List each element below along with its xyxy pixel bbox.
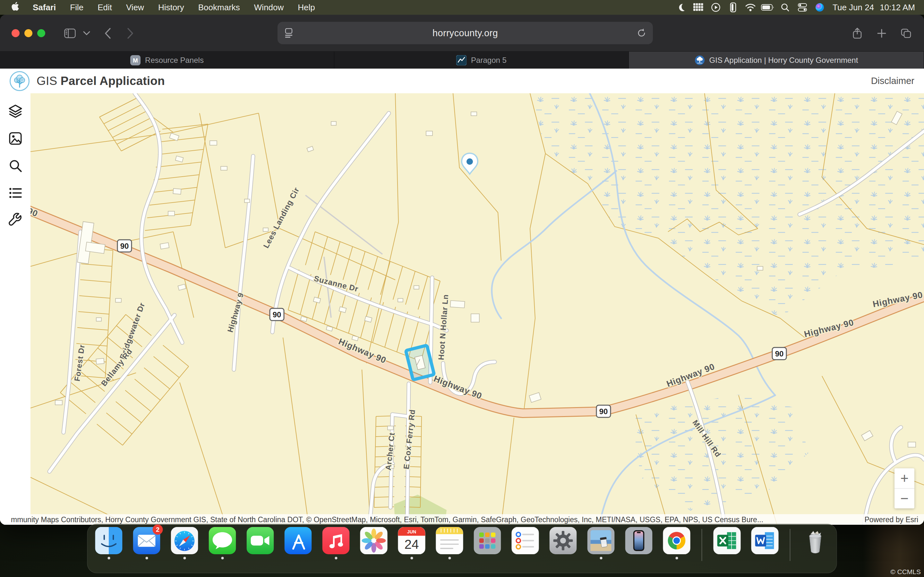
svg-text:M: M (133, 57, 138, 64)
chevron-down-icon[interactable] (80, 27, 93, 40)
menu-item-view[interactable]: View (119, 0, 151, 15)
dock-item-safari[interactable] (171, 527, 198, 559)
notes-icon (436, 527, 463, 554)
svg-text:90: 90 (273, 310, 281, 319)
browser-toolbar: horrycounty.org (0, 15, 924, 51)
attribution-text: mmunity Maps Contributors, Horry County … (11, 516, 852, 524)
forward-button[interactable] (124, 27, 137, 40)
menu-item-edit[interactable]: Edit (90, 0, 119, 15)
reload-icon[interactable] (630, 28, 653, 38)
layers-tool-icon[interactable] (8, 103, 23, 119)
menu-item-safari[interactable]: Safari (26, 0, 63, 15)
moon-icon[interactable] (674, 0, 688, 15)
tab-overview-button[interactable] (900, 27, 913, 40)
tab-1[interactable]: MResource Panels (0, 52, 334, 69)
svg-text:90: 90 (599, 407, 608, 416)
calendar-icon: JUN24 (398, 527, 425, 554)
iphone-mirroring-icon (625, 527, 653, 554)
spotlight-icon[interactable] (778, 0, 792, 15)
grid-icon[interactable] (691, 0, 706, 15)
app-header: GIS Parcel Application Disclaimer (0, 69, 924, 93)
dock-item-photo-viewer[interactable] (588, 527, 615, 559)
menu-bar-left: SafariFileEditViewHistoryBookmarksWindow… (9, 0, 322, 15)
disclaimer-link[interactable]: Disclaimer (871, 76, 914, 86)
siri-icon[interactable] (813, 0, 827, 15)
window-close-button[interactable] (11, 29, 19, 37)
apple-menu[interactable] (9, 2, 26, 13)
running-indicator (145, 557, 148, 559)
display-icon[interactable] (726, 0, 740, 15)
battery-icon[interactable] (761, 0, 775, 15)
tools-tool-icon[interactable] (8, 213, 23, 228)
dock-item-mail[interactable]: 2 (133, 527, 160, 559)
page-settings-icon[interactable] (278, 28, 300, 38)
share-button[interactable] (851, 27, 864, 40)
tab-favicon (695, 55, 705, 65)
play-icon[interactable] (709, 0, 723, 15)
svg-text:90: 90 (120, 242, 129, 250)
system-settings-icon (549, 527, 577, 554)
running-indicator (599, 557, 602, 559)
tab-3[interactable]: GIS Application | Horry County Governmen… (629, 52, 924, 69)
dock-item-photos[interactable] (360, 527, 388, 559)
dock-item-finder[interactable] (95, 527, 123, 559)
dock-item-reminders[interactable] (512, 527, 539, 559)
safari-icon (171, 527, 198, 554)
tab-2[interactable]: Paragon 5 (334, 52, 629, 69)
back-button[interactable] (102, 27, 114, 40)
sidebar-toggle-icon[interactable] (63, 27, 76, 40)
menu-item-help[interactable]: Help (291, 0, 322, 15)
powered-by-esri: Powered by Esri (865, 516, 918, 524)
menu-time: 10:12 AM (880, 3, 915, 13)
wifi-icon[interactable] (743, 0, 758, 15)
dock-item-excel[interactable] (714, 527, 741, 559)
dock-separator (790, 529, 790, 561)
tab-label: Resource Panels (145, 56, 204, 65)
menu-item-bookmarks[interactable]: Bookmarks (191, 0, 247, 15)
gis-map[interactable]: Highway 90Highway 90Highway 90Highway 90… (0, 93, 924, 525)
finder-icon (95, 527, 123, 554)
running-indicator (410, 557, 413, 559)
menu-item-file[interactable]: File (63, 0, 90, 15)
control-center-icon[interactable] (795, 0, 809, 15)
search-tool-icon[interactable] (8, 158, 23, 173)
svg-text:90: 90 (775, 350, 784, 358)
svg-text:24: 24 (404, 537, 419, 552)
window-minimize-button[interactable] (24, 29, 32, 37)
dock-item-system-settings[interactable] (549, 527, 577, 559)
route-shield-90: 90 (596, 405, 611, 417)
apple-logo-icon (11, 2, 19, 13)
dock-item-messages[interactable] (209, 527, 236, 559)
zoom-in-button[interactable]: + (895, 468, 914, 488)
new-tab-button[interactable] (875, 27, 888, 40)
dock-item-music[interactable] (322, 527, 350, 559)
running-indicator (221, 557, 224, 559)
menu-item-history[interactable]: History (151, 0, 191, 15)
map-attribution-bar: mmunity Maps Contributors, Horry County … (0, 514, 924, 525)
map-canvas[interactable]: Highway 90Highway 90Highway 90Highway 90… (0, 93, 924, 525)
dock-item-calendar[interactable]: JUN24 (398, 527, 425, 559)
map-tool-sidebar (0, 93, 31, 525)
basemap-tool-icon[interactable] (8, 131, 23, 146)
excel-icon (714, 527, 741, 554)
address-bar[interactable]: horrycounty.org (278, 22, 653, 44)
photos-icon (360, 527, 388, 554)
dock-separator (702, 529, 702, 561)
window-zoom-button[interactable] (37, 29, 45, 37)
menu-bar-clock[interactable]: Tue Jun 24 10:12 AM (830, 3, 915, 13)
legend-tool-icon[interactable] (8, 185, 23, 201)
dock-item-iphone-mirroring[interactable] (625, 527, 653, 559)
menu-item-window[interactable]: Window (247, 0, 291, 15)
wallpaper-credit: © CCMLS (890, 568, 921, 576)
app-store-icon (284, 527, 312, 554)
dock-item-launchpad[interactable] (474, 527, 501, 559)
dock-item-notes[interactable] (436, 527, 463, 559)
dock-item-word[interactable] (751, 527, 779, 559)
dock-item-facetime[interactable] (247, 527, 274, 559)
zoom-out-button[interactable]: − (895, 488, 914, 508)
road (393, 414, 408, 416)
dock-item-app-store[interactable] (284, 527, 312, 559)
dock-item-chrome[interactable] (663, 527, 690, 559)
dock-item-trash[interactable] (802, 527, 829, 559)
menu-date: Tue Jun 24 (833, 3, 874, 13)
